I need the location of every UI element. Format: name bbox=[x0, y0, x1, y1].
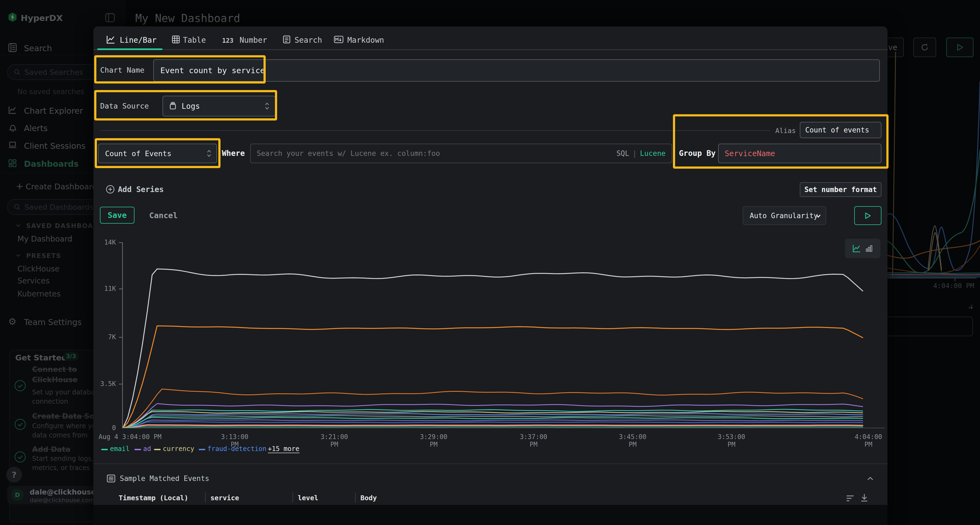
y-tick-label: 0 bbox=[90, 424, 116, 432]
y-tick-label: 7K bbox=[90, 333, 116, 341]
x-tick-label: 3:37:00 PM bbox=[514, 433, 553, 448]
column-separator[interactable] bbox=[293, 493, 293, 502]
sql-mode-toggle[interactable]: SQL bbox=[616, 149, 629, 157]
annotation-box-aggregation bbox=[95, 138, 221, 168]
legend-dash bbox=[199, 449, 205, 450]
x-tick-label: Aug 4 3:04:00 PM bbox=[99, 433, 161, 441]
where-search-input[interactable] bbox=[256, 149, 616, 158]
granularity-select[interactable]: Auto Granularity bbox=[743, 206, 826, 225]
x-tick-label: 4:04:00 PM bbox=[850, 433, 888, 448]
screen: HyperDX Search Saved Searches No saved s… bbox=[0, 0, 980, 525]
legend-item-fraud-detection[interactable]: fraud-detection bbox=[207, 445, 267, 453]
tab-line-bar[interactable]: Line/Bar bbox=[120, 36, 156, 44]
x-tick-label: 3:53:00 PM bbox=[713, 433, 751, 448]
lucene-mode-toggle[interactable]: Lucene bbox=[640, 149, 666, 157]
column-header-level[interactable]: level bbox=[298, 494, 318, 502]
download-icon[interactable] bbox=[860, 493, 869, 504]
y-tick-label: 3.5K bbox=[90, 380, 116, 388]
legend-item-currency[interactable]: currency bbox=[163, 445, 194, 453]
tab-search[interactable]: Search bbox=[294, 36, 322, 44]
column-header-service[interactable]: service bbox=[210, 494, 239, 502]
column-separator[interactable] bbox=[355, 493, 356, 502]
column-separator[interactable] bbox=[205, 493, 206, 502]
column-header-timestamp[interactable]: Timestamp (Local) bbox=[119, 494, 188, 502]
table-icon bbox=[172, 35, 180, 45]
y-tick-label: 11K bbox=[90, 285, 116, 292]
number-123-icon: 123 bbox=[222, 37, 234, 44]
play-chart-button[interactable] bbox=[854, 206, 881, 225]
chevron-down-icon bbox=[815, 212, 822, 219]
active-tab-underline bbox=[97, 48, 162, 50]
x-tick-label: 3:29:00 PM bbox=[415, 433, 453, 448]
mode-toggle-divider: | bbox=[632, 149, 637, 157]
granularity-value: Auto Granularity bbox=[750, 212, 818, 220]
add-series-button[interactable]: Add Series bbox=[118, 185, 164, 194]
y-tick-label: 14K bbox=[90, 239, 116, 246]
legend-dash bbox=[101, 449, 108, 450]
where-input[interactable]: SQL | Lucene bbox=[250, 144, 672, 163]
column-header-body[interactable]: Body bbox=[360, 494, 377, 502]
annotation-box-data-source bbox=[94, 90, 277, 121]
table-body-row bbox=[93, 505, 888, 525]
x-tick-label: 3:45:00 PM bbox=[614, 433, 652, 448]
line-chart-icon bbox=[106, 35, 115, 45]
sort-lines-icon[interactable] bbox=[846, 495, 855, 503]
chart-series-line bbox=[123, 269, 863, 428]
annotation-box-group-by bbox=[673, 114, 889, 169]
sample-events-title: Sample Matched Events bbox=[120, 474, 209, 482]
legend-dash bbox=[134, 449, 141, 450]
chevron-up-icon[interactable] bbox=[866, 476, 874, 483]
cancel-button[interactable]: Cancel bbox=[149, 211, 178, 220]
markdown-icon bbox=[334, 36, 344, 44]
tab-table[interactable]: Table bbox=[183, 36, 206, 44]
annotation-box-chart-name bbox=[94, 55, 266, 84]
where-label: Where bbox=[222, 149, 245, 158]
x-tick-label: 3:21:00 PM bbox=[315, 433, 353, 448]
section-divider bbox=[93, 463, 888, 464]
tab-bar-divider bbox=[93, 49, 888, 50]
legend-dash bbox=[154, 449, 161, 450]
series-divider bbox=[100, 130, 770, 131]
main-chart[interactable] bbox=[103, 241, 885, 428]
save-button[interactable]: Save bbox=[100, 207, 134, 224]
legend-more-link[interactable]: +15 more bbox=[268, 445, 299, 453]
list-icon bbox=[107, 474, 115, 484]
set-number-format-button[interactable]: Set number format bbox=[800, 182, 881, 197]
legend-item-ad[interactable]: ad bbox=[143, 445, 151, 453]
tab-markdown[interactable]: Markdown bbox=[347, 36, 384, 44]
tab-number[interactable]: Number bbox=[240, 36, 267, 44]
legend-item-email[interactable]: email bbox=[110, 445, 130, 453]
search-doc-icon bbox=[283, 35, 291, 45]
circled-plus-icon bbox=[105, 184, 115, 195]
